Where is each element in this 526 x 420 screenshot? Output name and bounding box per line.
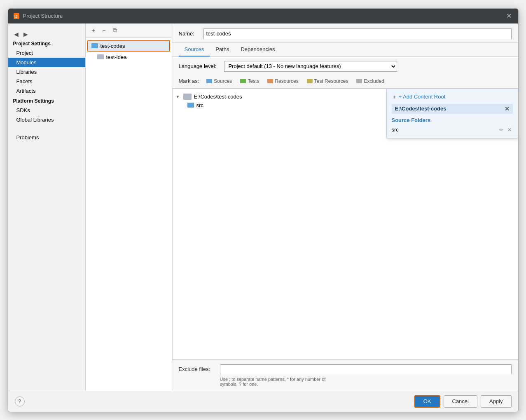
mark-test-resources-button[interactable]: Test Resources xyxy=(304,77,352,85)
mark-sources-button[interactable]: Sources xyxy=(203,77,235,85)
popup-src-label: src xyxy=(392,127,399,133)
footer-left: ? xyxy=(15,397,25,406)
forward-button[interactable]: ▶ xyxy=(22,30,30,38)
tree-src-label: src xyxy=(196,102,203,108)
help-button[interactable]: ? xyxy=(15,397,25,406)
remove-module-button[interactable]: − xyxy=(100,26,109,35)
popup-close-button[interactable]: ✕ xyxy=(505,106,510,112)
sidebar-item-modules[interactable]: Modules xyxy=(8,58,85,67)
popup-path-bar: E:\Codes\test-codes ✕ xyxy=(392,104,513,114)
tabs-bar: Sources Paths Dependencies xyxy=(172,43,518,57)
popup-edit-button[interactable]: ✏ xyxy=(498,127,505,133)
tab-dependencies[interactable]: Dependencies xyxy=(235,43,281,56)
module-panel: + − ⧉ test-codes test-idea xyxy=(86,23,172,391)
module-item-test-codes[interactable]: test-codes xyxy=(87,40,170,52)
language-level-select[interactable]: Project default (13 - No new language fe… xyxy=(224,61,397,72)
mark-excluded-button[interactable]: Excluded xyxy=(353,77,387,85)
tree-collapse-arrow[interactable]: ▼ xyxy=(176,94,181,99)
nav-arrows: ◀ ▶ xyxy=(8,28,85,38)
add-content-root-button[interactable]: ＋ + Add Content Root xyxy=(392,93,446,101)
sidebar: ◀ ▶ Project Settings Project Modules Lib… xyxy=(8,23,86,391)
src-folder-icon xyxy=(187,103,194,108)
test-resources-folder-icon xyxy=(307,79,313,83)
mark-tests-label: Tests xyxy=(248,78,259,84)
main-content: ◀ ▶ Project Settings Project Modules Lib… xyxy=(8,23,518,391)
add-icon: ＋ xyxy=(392,93,397,101)
sidebar-item-libraries[interactable]: Libraries xyxy=(8,67,85,77)
back-button[interactable]: ◀ xyxy=(12,30,20,38)
mark-sources-label: Sources xyxy=(214,78,232,84)
mark-tests-button[interactable]: Tests xyxy=(237,77,262,85)
exclude-row: Exclude files: xyxy=(179,364,512,374)
project-structure-dialog: IJ Project Structure ✕ ◀ ▶ Project Setti… xyxy=(8,8,519,412)
mark-as-label: Mark as: xyxy=(179,78,199,84)
app-icon: IJ xyxy=(13,13,20,19)
tab-sources[interactable]: Sources xyxy=(179,43,210,56)
sidebar-item-facets[interactable]: Facets xyxy=(8,77,85,86)
name-label: Name: xyxy=(179,31,199,37)
mark-resources-label: Resources xyxy=(275,78,298,84)
cancel-button[interactable]: Cancel xyxy=(444,395,477,408)
folder-icon xyxy=(91,43,98,48)
excluded-folder-icon xyxy=(356,79,362,83)
module-list: test-codes test-idea xyxy=(86,38,172,391)
popup-header: ＋ + Add Content Root xyxy=(392,93,513,101)
mark-excluded-label: Excluded xyxy=(364,78,384,84)
sources-folder-icon xyxy=(206,79,212,83)
source-popup: ＋ + Add Content Root E:\Codes\test-codes… xyxy=(386,89,518,138)
popup-item-actions: ✏ ✕ xyxy=(498,127,513,133)
add-module-button[interactable]: + xyxy=(89,26,98,35)
mark-resources-button[interactable]: Resources xyxy=(264,77,302,85)
title-bar: IJ Project Structure ✕ xyxy=(8,9,518,23)
tests-folder-icon xyxy=(240,79,246,83)
sidebar-item-project[interactable]: Project xyxy=(8,48,85,58)
footer-right: OK Cancel Apply xyxy=(414,395,512,408)
dialog-title: Project Structure xyxy=(23,13,63,19)
title-bar-left: IJ Project Structure xyxy=(13,13,63,19)
project-settings-label: Project Settings xyxy=(8,38,85,48)
module-toolbar: + − ⧉ xyxy=(86,23,172,38)
tab-paths[interactable]: Paths xyxy=(210,43,235,56)
mark-test-resources-label: Test Resources xyxy=(314,78,348,84)
module-name: test-idea xyxy=(106,54,127,60)
root-folder-icon xyxy=(183,94,192,100)
language-level-label: Language level: xyxy=(179,63,220,69)
right-panel: Name: Sources Paths Dependencies Languag… xyxy=(172,23,518,391)
exclude-hint: Use ; to separate name patterns, * for a… xyxy=(179,377,512,387)
name-input[interactable] xyxy=(203,28,512,39)
ok-button[interactable]: OK xyxy=(414,395,440,408)
name-row: Name: xyxy=(172,23,518,43)
popup-path-label: E:\Codes\test-codes xyxy=(395,106,447,112)
popup-src-item: src ✏ ✕ xyxy=(392,126,513,134)
sidebar-item-global-libraries[interactable]: Global Libraries xyxy=(8,115,85,124)
copy-module-button[interactable]: ⧉ xyxy=(110,26,119,35)
platform-settings-label: Platform Settings xyxy=(8,96,85,106)
bottom-section: Exclude files: Use ; to separate name pa… xyxy=(172,360,518,391)
exclude-input[interactable] xyxy=(220,364,512,374)
sidebar-item-artifacts[interactable]: Artifacts xyxy=(8,86,85,96)
module-name: test-codes xyxy=(101,43,125,49)
module-item-test-idea[interactable]: test-idea xyxy=(94,52,170,62)
close-button[interactable]: ✕ xyxy=(505,12,513,20)
sidebar-item-problems[interactable]: Problems xyxy=(8,133,85,142)
language-level-row: Language level: Project default (13 - No… xyxy=(172,57,518,76)
folder-icon xyxy=(97,54,104,59)
tree-root-label: E:\Codes\test-codes xyxy=(194,94,242,100)
dialog-footer: ? OK Cancel Apply xyxy=(8,391,518,412)
mark-as-bar: Mark as: Sources Tests Resources xyxy=(172,76,518,89)
apply-button[interactable]: Apply xyxy=(481,395,512,408)
resources-folder-icon xyxy=(267,79,273,83)
popup-section-title: Source Folders xyxy=(392,117,513,123)
popup-delete-button[interactable]: ✕ xyxy=(506,127,513,133)
svg-text:IJ: IJ xyxy=(14,14,18,19)
exclude-label: Exclude files: xyxy=(179,366,216,372)
add-content-root-label: + Add Content Root xyxy=(399,94,446,100)
tree-area: ▼ E:\Codes\test-codes ⊡ src xyxy=(172,89,518,360)
content-area: Language level: Project default (13 - No… xyxy=(172,57,518,391)
sidebar-item-sdks[interactable]: SDKs xyxy=(8,106,85,115)
